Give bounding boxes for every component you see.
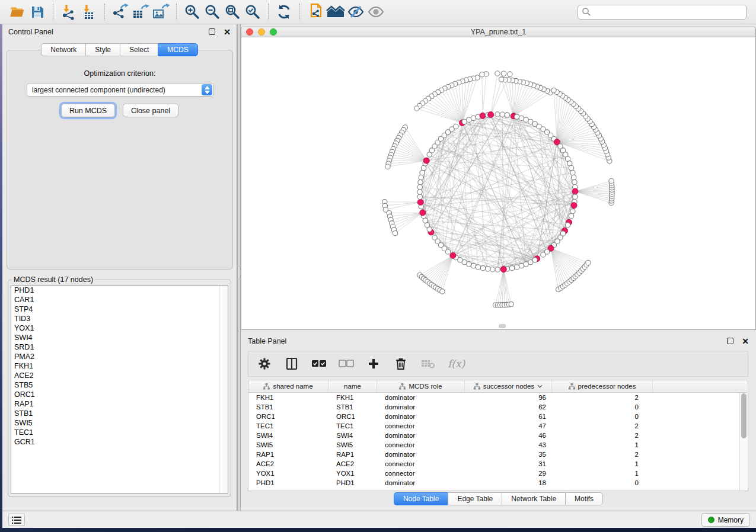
float-table-panel-icon[interactable] xyxy=(727,338,733,344)
close-table-panel-icon[interactable]: ✕ xyxy=(742,337,749,345)
tab-motifs[interactable]: Motifs xyxy=(565,492,603,505)
mcds-list-scrollbar[interactable] xyxy=(219,286,228,493)
tab-network[interactable]: Network xyxy=(41,43,85,56)
open-file-icon[interactable] xyxy=(7,2,27,21)
criterion-select[interactable]: largest connected component (undirected) xyxy=(27,83,214,97)
status-bar: Memory xyxy=(2,511,756,528)
run-mcds-button[interactable]: Run MCDS xyxy=(61,104,115,117)
mcds-result-item[interactable]: ACE2 xyxy=(11,371,228,380)
toolbar-separator xyxy=(299,4,300,20)
column-type-icon xyxy=(569,383,575,390)
zoom-selected-icon[interactable] xyxy=(243,2,263,21)
mcds-result-list[interactable]: PHD1CAR1STP4TID3YOX1SWI4SRD1PMA2FKH1ACE2… xyxy=(11,285,228,493)
mcds-result-item[interactable]: CAR1 xyxy=(11,295,228,305)
table-row[interactable]: SWI5SWI5connector431 xyxy=(248,440,739,450)
column-header-name[interactable]: name xyxy=(328,380,377,392)
zoom-in-icon[interactable] xyxy=(182,2,202,21)
tab-select[interactable]: Select xyxy=(120,43,158,56)
control-panel-title: Control Panel xyxy=(8,28,53,36)
table-cell: 35 xyxy=(465,450,552,459)
hide-selected-icon[interactable] xyxy=(346,2,366,21)
close-panel-icon[interactable]: ✕ xyxy=(224,28,231,36)
column-header-mcds-role[interactable]: MCDS role xyxy=(377,380,465,392)
delete-table-disabled-icon[interactable] xyxy=(420,356,436,371)
tab-mcds[interactable]: MCDS xyxy=(158,43,197,56)
node-table-body[interactable]: FKH1FKH1dominator962STB1STB1dominator620… xyxy=(248,393,739,491)
mcds-result-item[interactable]: FKH1 xyxy=(11,361,228,371)
table-cell: connector xyxy=(377,421,465,431)
show-all-icon[interactable] xyxy=(366,2,386,21)
mcds-result-item[interactable]: SWI4 xyxy=(11,333,228,342)
column-header-shared-name[interactable]: shared name xyxy=(248,380,328,392)
table-cell: 0 xyxy=(552,478,645,488)
function-builder-icon[interactable]: f(x) xyxy=(448,358,465,370)
save-session-icon[interactable] xyxy=(27,2,47,21)
column-header-successor-nodes[interactable]: successor nodes xyxy=(465,380,552,392)
mcds-result-item[interactable]: GCR1 xyxy=(11,437,228,447)
task-history-icon[interactable] xyxy=(8,514,25,526)
table-cell: 18 xyxy=(465,478,552,488)
table-row[interactable]: ORC1ORC1dominator610 xyxy=(248,412,739,421)
tab-edge-table[interactable]: Edge Table xyxy=(448,492,502,505)
mcds-result-item[interactable]: TID3 xyxy=(11,314,228,323)
mcds-result-item[interactable]: ORC1 xyxy=(11,390,228,399)
delete-column-icon[interactable] xyxy=(393,356,409,371)
table-row[interactable]: SWI4SWI4dominator462 xyxy=(248,431,739,440)
float-panel-icon[interactable] xyxy=(209,28,215,35)
first-neighbors-icon[interactable] xyxy=(326,2,346,21)
table-cell: SWI5 xyxy=(248,440,328,450)
zoom-fit-icon[interactable] xyxy=(222,2,243,21)
mcds-result-item[interactable]: PHD1 xyxy=(11,286,228,295)
zoom-out-icon[interactable] xyxy=(202,2,222,21)
table-row[interactable]: STB1STB1dominator620 xyxy=(248,402,739,412)
column-header-predecessor-nodes[interactable]: predecessor nodes xyxy=(552,380,653,392)
export-network-icon[interactable] xyxy=(110,2,130,21)
table-options-gear-icon[interactable] xyxy=(257,356,272,371)
table-row[interactable]: TEC1TEC1connector472 xyxy=(248,421,739,431)
network-scroll-indicator[interactable] xyxy=(499,324,506,328)
table-cell: 43 xyxy=(465,440,552,450)
table-cell: dominator xyxy=(377,478,465,488)
table-row[interactable]: RAP1RAP1dominator352 xyxy=(248,450,739,459)
mcds-result-item[interactable]: SWI5 xyxy=(11,418,228,428)
apply-preferred-layout-icon[interactable] xyxy=(274,2,294,21)
table-row[interactable]: ACE2ACE2connector311 xyxy=(248,459,739,469)
mcds-result-item[interactable]: TEC1 xyxy=(11,428,228,437)
search-input[interactable] xyxy=(591,8,742,16)
memory-button[interactable]: Memory xyxy=(701,513,750,527)
tab-node-table[interactable]: Node Table xyxy=(394,492,448,505)
mcds-result-item[interactable]: STB1 xyxy=(11,409,228,418)
network-canvas[interactable] xyxy=(241,37,755,329)
close-panel-button[interactable]: Close panel xyxy=(123,104,178,117)
deselect-all-checkboxes-icon[interactable] xyxy=(339,356,354,371)
mcds-result-item[interactable]: RAP1 xyxy=(11,399,228,409)
mcds-result-item[interactable]: PMA2 xyxy=(11,352,228,361)
table-row[interactable]: YOX1YOX1connector291 xyxy=(248,469,739,478)
import-network-icon[interactable] xyxy=(59,2,79,21)
tab-style[interactable]: Style xyxy=(85,43,120,56)
show-columns-icon[interactable] xyxy=(284,356,299,371)
mcds-result-item[interactable]: STB5 xyxy=(11,380,228,390)
table-scrollbar-thumb[interactable] xyxy=(741,393,747,438)
table-scrollbar[interactable] xyxy=(739,393,748,491)
tab-network-table[interactable]: Network Table xyxy=(502,492,565,505)
toolbar-separator xyxy=(104,4,105,20)
table-row[interactable]: FKH1FKH1dominator962 xyxy=(248,393,739,402)
divider-grip[interactable] xyxy=(238,266,240,279)
new-network-document-icon[interactable] xyxy=(305,2,326,21)
export-image-icon[interactable] xyxy=(151,2,171,21)
table-cell: STB1 xyxy=(248,402,328,412)
mcds-result-item[interactable]: STP4 xyxy=(11,305,228,314)
search-box[interactable] xyxy=(578,5,747,20)
table-row[interactable]: PHD1PHD1dominator180 xyxy=(248,478,739,488)
mcds-result-item[interactable]: SRD1 xyxy=(11,342,228,352)
import-table-icon[interactable] xyxy=(79,2,99,21)
export-table-icon[interactable] xyxy=(130,2,151,21)
add-column-icon[interactable] xyxy=(366,356,381,371)
table-cell: connector xyxy=(377,469,465,478)
table-cell: RAP1 xyxy=(328,450,377,459)
table-cell: 61 xyxy=(465,412,552,421)
select-all-checkboxes-icon[interactable] xyxy=(311,356,327,371)
network-window-titlebar[interactable]: YPA_prune.txt_1 xyxy=(241,27,755,37)
mcds-result-item[interactable]: YOX1 xyxy=(11,323,228,333)
